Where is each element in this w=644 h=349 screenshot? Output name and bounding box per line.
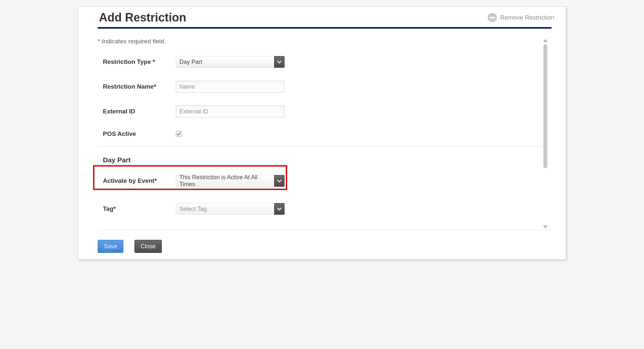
- scroll-down-arrow-icon[interactable]: [543, 225, 548, 228]
- tag-dropdown-toggle[interactable]: [274, 203, 285, 215]
- external-id-label: External ID: [103, 108, 176, 115]
- tag-dropdown[interactable]: Select Tag: [176, 203, 285, 215]
- remove-restriction-label: Remove Restriction: [500, 14, 554, 21]
- dialog-footer: Save Close: [78, 230, 566, 253]
- dialog-header: Add Restriction Remove Restriction: [78, 7, 566, 27]
- activate-by-event-row: Activate by Event* This Restriction is A…: [98, 175, 542, 187]
- restriction-name-row: Restriction Name*: [98, 81, 542, 93]
- close-button[interactable]: Close: [134, 240, 162, 253]
- vertical-scrollbar[interactable]: [542, 38, 548, 230]
- form-scroll-area: * Indicates required field. Restriction …: [98, 38, 552, 230]
- pos-active-row: POS Active: [98, 130, 542, 138]
- restriction-type-label: Restriction Type *: [103, 58, 176, 65]
- scroll-thumb[interactable]: [543, 44, 547, 168]
- page-title: Add Restriction: [99, 11, 186, 24]
- required-field-note: * Indicates required field.: [98, 38, 542, 45]
- activate-by-event-dropdown[interactable]: This Restriction is Active At All Times: [176, 175, 285, 187]
- restriction-name-label: Restriction Name*: [103, 83, 176, 90]
- chevron-down-icon: [277, 60, 282, 64]
- tag-value: Select Tag: [176, 203, 274, 215]
- dialog-content: * Indicates required field. Restriction …: [78, 29, 566, 230]
- pos-active-checkbox[interactable]: [176, 131, 182, 137]
- check-icon: [176, 132, 181, 136]
- restriction-type-value: Day Part: [176, 56, 274, 68]
- save-button[interactable]: Save: [98, 240, 123, 253]
- remove-icon: [488, 13, 497, 22]
- tag-row: Tag* Select Tag: [98, 203, 542, 215]
- section-divider: [98, 146, 542, 146]
- restriction-name-input[interactable]: [176, 81, 285, 93]
- chevron-down-icon: [277, 207, 282, 211]
- restriction-type-row: Restriction Type * Day Part: [98, 56, 542, 68]
- pos-active-label: POS Active: [103, 130, 176, 138]
- scroll-up-arrow-icon[interactable]: [543, 39, 548, 42]
- chevron-down-icon: [277, 179, 282, 182]
- tag-label: Tag*: [103, 205, 176, 212]
- remove-restriction-button[interactable]: Remove Restriction: [488, 13, 554, 22]
- activate-by-event-dropdown-toggle[interactable]: [274, 175, 285, 187]
- activate-by-event-label: Activate by Event*: [103, 177, 176, 184]
- add-restriction-dialog: Add Restriction Remove Restriction * Ind…: [78, 7, 566, 260]
- activate-by-event-value: This Restriction is Active At All Times: [176, 175, 274, 187]
- restriction-type-dropdown[interactable]: Day Part: [176, 56, 285, 68]
- day-part-section-title: Day Part: [103, 156, 542, 164]
- external-id-input[interactable]: [176, 106, 285, 117]
- external-id-row: External ID: [98, 106, 542, 117]
- restriction-type-dropdown-toggle[interactable]: [274, 56, 285, 68]
